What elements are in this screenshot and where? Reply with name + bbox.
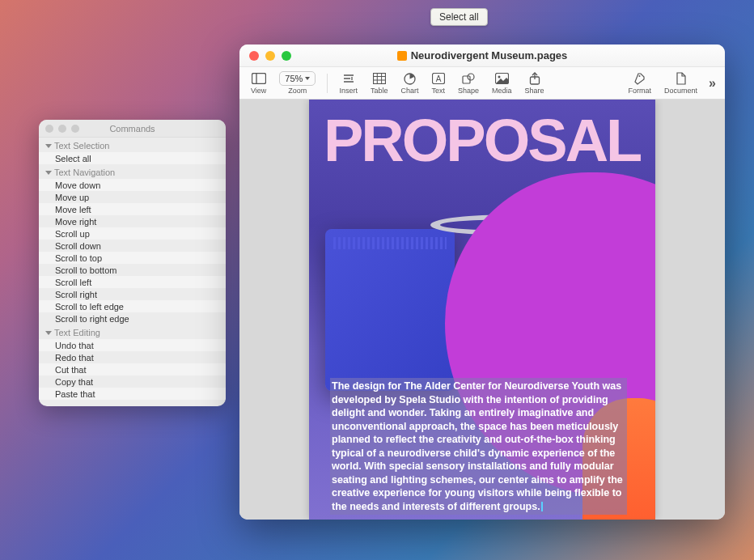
cmd-scroll-to-top[interactable]: Scroll to top [39,252,226,264]
commands-panel-title: Commands [109,124,155,134]
cmd-move-down[interactable]: Move down [39,179,226,191]
table-button[interactable]: Table [366,72,393,95]
zoom-dropdown[interactable]: 75% [279,71,316,86]
section-header-label: Text Editing [54,328,100,337]
svg-text:A: A [435,74,441,83]
decorative-blue-box [325,229,455,391]
voice-control-tooltip: Select all [430,8,488,26]
cmd-select-all[interactable]: Select all [39,152,226,164]
document-icon [676,72,686,86]
document-canvas[interactable]: PROPOSAL The design for The Alder Center… [239,100,725,520]
svg-rect-0 [252,74,265,84]
close-button[interactable] [249,51,259,61]
svg-point-20 [639,75,641,77]
cmd-undo-that[interactable]: Undo that [39,339,226,351]
toolbar-divider [327,74,328,93]
cmd-move-up[interactable]: Move up [39,191,226,203]
chevron-down-icon [45,144,52,148]
document-body-text-selected[interactable]: The design for The Alder Center for Neur… [330,378,627,515]
text-icon: A [432,72,445,86]
pages-file-icon [397,51,407,61]
cmd-scroll-down[interactable]: Scroll down [39,240,226,252]
text-cursor [541,502,543,511]
cmd-scroll-to-right-edge[interactable]: Scroll to right edge [39,312,226,325]
sidebar-icon [252,72,266,86]
section-header-text-selection[interactable]: Text Selection [39,139,226,152]
cmd-cut-that[interactable]: Cut that [39,363,226,375]
cmd-copy-that[interactable]: Copy that [39,375,226,388]
cmd-move-right[interactable]: Move right [39,215,226,227]
cmd-scroll-to-bottom[interactable]: Scroll to bottom [39,264,226,276]
insert-button[interactable]: Insert [334,72,362,95]
chevron-double-right-icon: » [709,76,715,90]
cmd-paste-that[interactable]: Paste that [39,388,226,400]
document-heading[interactable]: PROPOSAL [324,116,655,167]
cmd-scroll-left[interactable]: Scroll left [39,276,226,288]
cmd-scroll-to-left-edge[interactable]: Scroll to left edge [39,300,226,312]
chevron-down-icon [305,77,310,80]
chart-button[interactable]: Chart [396,72,423,95]
document-page[interactable]: PROPOSAL The design for The Alder Center… [309,100,655,520]
media-button[interactable]: Media [487,72,517,95]
shape-icon [462,72,475,86]
text-button[interactable]: A Text [426,72,450,95]
window-titlebar[interactable]: Neurodivergent Museum.pages [239,45,725,67]
svg-point-17 [498,76,500,78]
cmd-scroll-right[interactable]: Scroll right [39,288,226,300]
cmd-redo-that[interactable]: Redo that [39,351,226,363]
chart-icon [404,72,416,86]
section-text-selection: Text Selection Select all [39,138,226,164]
view-button[interactable]: View [246,72,271,95]
chevron-down-icon [45,331,52,335]
toolbar: View 75% Zoom Insert Table Cha [239,67,725,100]
section-text-navigation: Text Navigation Move down Move up Move l… [39,164,226,325]
panel-max-icon[interactable] [71,125,79,133]
share-button[interactable]: Share [520,72,549,95]
svg-point-15 [468,74,474,80]
section-text-editing: Text Editing Undo that Redo that Cut tha… [39,325,226,406]
panel-traffic-lights[interactable] [45,125,79,133]
pages-window: Neurodivergent Museum.pages View 75% Zoo… [239,45,725,520]
table-icon [373,72,386,86]
tooltip-text: Select all [439,11,479,23]
shape-button[interactable]: Shape [453,72,484,95]
cmd-scroll-up[interactable]: Scroll up [39,227,226,240]
section-header-label: Text Navigation [54,168,115,177]
panel-min-icon[interactable] [58,125,66,133]
svg-rect-6 [373,74,385,84]
media-icon [495,72,509,86]
section-header-text-editing[interactable]: Text Editing [39,326,226,339]
panel-close-icon[interactable] [45,125,53,133]
document-button[interactable]: Document [659,72,702,95]
format-icon [633,72,646,86]
maximize-button[interactable] [282,51,291,61]
insert-icon [342,72,355,86]
commands-panel-titlebar[interactable]: Commands [39,120,226,138]
format-button[interactable]: Format [624,72,657,95]
traffic-lights [249,51,291,61]
share-icon [529,72,540,86]
chevron-down-icon [45,171,52,175]
commands-panel: Commands Text Selection Select all Text … [39,120,226,406]
window-title: Neurodivergent Museum.pages [411,49,568,62]
zoom-control[interactable]: 75% Zoom [274,71,320,95]
section-header-text-navigation[interactable]: Text Navigation [39,166,226,179]
minimize-button[interactable] [265,51,275,61]
section-header-label: Text Selection [54,141,109,151]
cmd-move-left[interactable]: Move left [39,203,226,215]
overflow-button[interactable]: » [705,76,718,90]
